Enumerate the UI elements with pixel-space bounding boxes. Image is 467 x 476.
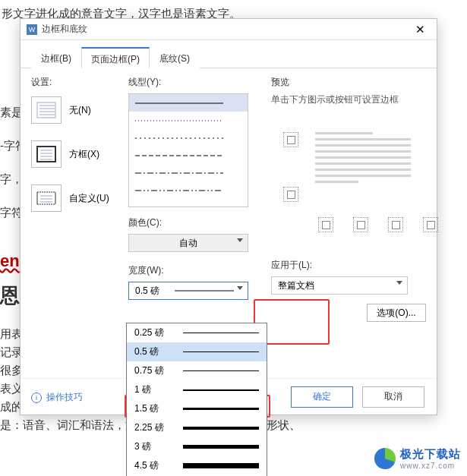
tab-page-border[interactable]: 页面边框(P) bbox=[81, 47, 150, 68]
logo-icon bbox=[374, 448, 396, 469]
dialog-title: 边框和底纹 bbox=[42, 23, 87, 36]
width-option-label: 1.5 磅 bbox=[134, 402, 177, 415]
setting-label: 无(N) bbox=[69, 104, 91, 117]
width-option[interactable]: 0.25 磅 bbox=[127, 323, 267, 342]
preview-label: 预览 bbox=[271, 76, 426, 89]
chevron-down-icon bbox=[396, 281, 402, 285]
width-option[interactable]: 1 磅 bbox=[127, 380, 267, 399]
logo-url: www.xz7.com bbox=[400, 462, 461, 470]
edge-btn-bottom[interactable] bbox=[283, 187, 298, 202]
preview-pane bbox=[271, 111, 426, 255]
width-option-line bbox=[183, 445, 259, 449]
setting-box[interactable]: 方框(X) bbox=[31, 140, 122, 168]
tab-border[interactable]: 边框(B) bbox=[31, 47, 81, 68]
preview-doc bbox=[315, 132, 411, 187]
ok-button[interactable]: 确定 bbox=[291, 386, 353, 408]
width-option-label: 2.25 磅 bbox=[134, 421, 177, 434]
chevron-down-icon bbox=[237, 238, 243, 242]
tabs: 边框(B) 页面边框(P) 底纹(S) bbox=[21, 40, 437, 68]
width-value: 0.5 磅 bbox=[135, 285, 175, 298]
setting-none[interactable]: 无(N) bbox=[31, 96, 122, 124]
close-button[interactable]: ✕ bbox=[403, 19, 437, 39]
width-option-line bbox=[183, 370, 259, 371]
edge-btn-left[interactable] bbox=[353, 217, 368, 232]
titlebar: W 边框和底纹 ✕ bbox=[21, 19, 437, 40]
width-option[interactable]: 0.5 磅 bbox=[127, 342, 267, 361]
custom-icon bbox=[31, 184, 62, 212]
edge-btn-tl[interactable] bbox=[318, 217, 333, 232]
width-option-label: 1 磅 bbox=[134, 383, 177, 396]
logo-title: 极光下载站 bbox=[400, 447, 461, 462]
width-option-label: 0.75 磅 bbox=[134, 364, 177, 377]
width-option-line bbox=[183, 389, 259, 391]
color-combo[interactable]: 自动 bbox=[128, 234, 248, 252]
bg-line: 恩 bbox=[0, 272, 20, 319]
color-value: 自动 bbox=[179, 237, 197, 250]
apply-to-label: 应用于(L): bbox=[271, 259, 426, 272]
bg-line: 是：语音、词汇和语法，文 bbox=[0, 411, 137, 439]
width-option-label: 0.25 磅 bbox=[134, 326, 177, 339]
settings-label: 设置: bbox=[31, 76, 122, 89]
style-label: 线型(Y): bbox=[128, 76, 257, 89]
width-label: 宽度(W): bbox=[128, 264, 257, 277]
preview-hint: 单击下方图示或按钮可设置边框 bbox=[271, 93, 426, 106]
width-option-line bbox=[183, 333, 259, 333]
cancel-button[interactable]: 取消 bbox=[362, 386, 424, 408]
width-option-label: 0.5 磅 bbox=[134, 345, 177, 358]
options-button[interactable]: 选项(O)... bbox=[367, 304, 426, 322]
color-label: 颜色(C): bbox=[128, 216, 257, 229]
width-option-line bbox=[183, 427, 259, 430]
edge-btn-top[interactable] bbox=[283, 132, 298, 147]
edge-btn-right[interactable] bbox=[388, 217, 403, 232]
apply-to-combo[interactable]: 整篇文档 bbox=[271, 276, 408, 295]
width-option-line bbox=[183, 351, 259, 352]
width-option[interactable]: 4.5 磅 bbox=[127, 456, 267, 475]
site-logo: 极光下载站 www.xz7.com bbox=[374, 447, 461, 470]
width-combo[interactable]: 0.5 磅 bbox=[128, 282, 248, 300]
chevron-down-icon bbox=[237, 286, 243, 290]
width-dropdown[interactable]: 0.25 磅0.5 磅0.75 磅1 磅1.5 磅2.25 磅3 磅4.5 磅6… bbox=[126, 323, 267, 476]
apply-to-value: 整篇文档 bbox=[278, 279, 314, 292]
width-option[interactable]: 2.25 磅 bbox=[127, 418, 267, 437]
line-style-list[interactable] bbox=[128, 93, 248, 207]
edge-btn-tr[interactable] bbox=[423, 217, 438, 232]
width-option-line bbox=[183, 463, 259, 468]
width-option[interactable]: 1.5 磅 bbox=[127, 399, 267, 418]
setting-custom[interactable]: 自定义(U) bbox=[31, 184, 122, 212]
width-option-label: 3 磅 bbox=[134, 440, 177, 453]
width-option[interactable]: 0.75 磅 bbox=[127, 361, 267, 380]
box-icon bbox=[31, 140, 62, 168]
tab-shading[interactable]: 底纹(S) bbox=[150, 47, 200, 68]
width-option-label: 4.5 磅 bbox=[134, 459, 177, 472]
setting-label: 自定义(U) bbox=[69, 192, 109, 205]
none-icon bbox=[31, 96, 62, 124]
setting-label: 方框(X) bbox=[69, 148, 99, 161]
width-option-line bbox=[183, 408, 259, 410]
svg-rect-0 bbox=[37, 102, 55, 118]
app-icon: W bbox=[27, 24, 37, 35]
width-option[interactable]: 3 磅 bbox=[127, 437, 267, 456]
